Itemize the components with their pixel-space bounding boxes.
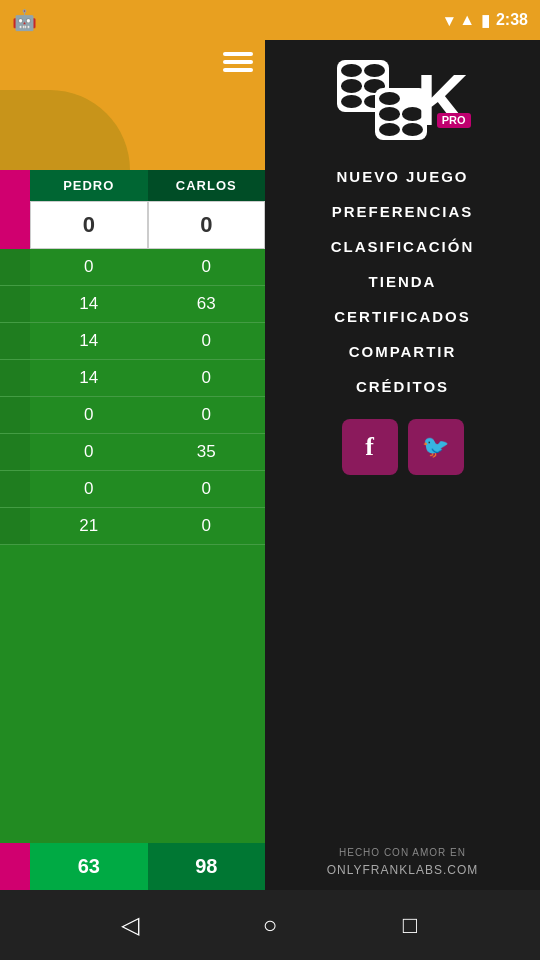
total-input-row: 0 0 [0, 201, 265, 249]
footer-line1: HECHO CON AMOR EN [327, 845, 478, 861]
carlos-cell: 0 [148, 323, 266, 359]
carlos-cell: 0 [148, 360, 266, 396]
nav-bar: ◁ ○ □ [0, 890, 540, 960]
score-body: 0 0 14 63 14 0 14 0 0 0 0 35 0 0 [0, 249, 265, 843]
twitter-icon: 🐦 [422, 434, 449, 460]
menu-item-compartir[interactable]: Compartir [275, 335, 530, 368]
menu-line-3 [223, 68, 253, 72]
score-bottom: 63 98 [0, 843, 265, 890]
menu-item-certificados[interactable]: Certificados [275, 300, 530, 333]
score-header: Pedro Carlos [0, 170, 265, 201]
left-panel: Pedro Carlos 0 0 0 0 14 63 14 0 14 0 [0, 40, 265, 890]
table-row: 14 0 [0, 360, 265, 397]
domino-logo [337, 60, 427, 140]
pedro-header: Pedro [30, 170, 148, 201]
row-spacer [0, 471, 30, 507]
carlos-header: Carlos [148, 170, 266, 201]
dot [379, 123, 400, 136]
table-row: 21 0 [0, 508, 265, 545]
row-spacer [0, 397, 30, 433]
pedro-cell: 14 [30, 360, 148, 396]
time-display: 2:38 [496, 11, 528, 29]
right-panel: K PRO Nuevo JuegoPreferenciasClasificaci… [265, 40, 540, 890]
footer-line2: ONLYFRANKLABS.COM [327, 861, 478, 880]
carlos-cell: 0 [148, 397, 266, 433]
row-spacer [0, 323, 30, 359]
dot [341, 79, 362, 92]
pedro-total-input[interactable]: 0 [30, 201, 148, 249]
carlos-final: 98 [148, 843, 266, 890]
android-icon: 🤖 [12, 8, 37, 32]
main-area: Pedro Carlos 0 0 0 0 14 63 14 0 14 0 [0, 40, 540, 890]
right-footer: HECHO CON AMOR EN ONLYFRANKLABS.COM [327, 845, 478, 880]
back-button[interactable]: ◁ [110, 905, 150, 945]
menu-item-clasificacion[interactable]: Clasificación [275, 230, 530, 263]
row-spacer [0, 360, 30, 396]
header-spacer [0, 170, 30, 201]
row-spacer [0, 249, 30, 285]
facebook-button[interactable]: f [342, 419, 398, 475]
carlos-total-input[interactable]: 0 [148, 201, 266, 249]
pedro-cell: 0 [30, 249, 148, 285]
pro-badge: PRO [437, 113, 471, 128]
table-row: 0 0 [0, 249, 265, 286]
table-row: 14 63 [0, 286, 265, 323]
dot [364, 64, 385, 77]
dot [341, 64, 362, 77]
dot [379, 92, 400, 105]
bottom-spacer [0, 843, 30, 890]
table-row: 14 0 [0, 323, 265, 360]
pedro-cell: 14 [30, 323, 148, 359]
menu-item-preferencias[interactable]: Preferencias [275, 195, 530, 228]
pedro-cell: 0 [30, 434, 148, 470]
k-letter: K PRO [417, 64, 469, 136]
table-row: 0 0 [0, 397, 265, 434]
total-spacer [0, 201, 30, 249]
carlos-cell: 0 [148, 508, 266, 544]
battery-icon: ▮ [481, 11, 490, 30]
pedro-cell: 0 [30, 471, 148, 507]
carlos-cell: 35 [148, 434, 266, 470]
home-button[interactable]: ○ [250, 905, 290, 945]
menu-item-nuevo-juego[interactable]: Nuevo Juego [275, 160, 530, 193]
pedro-final: 63 [30, 843, 148, 890]
menu-items: Nuevo JuegoPreferenciasClasificaciónTien… [275, 160, 530, 403]
row-spacer [0, 286, 30, 322]
carlos-cell: 0 [148, 471, 266, 507]
menu-line-2 [223, 60, 253, 64]
carlos-cell: 0 [148, 249, 266, 285]
recent-button[interactable]: □ [390, 905, 430, 945]
menu-line-1 [223, 52, 253, 56]
status-icons: ▾ ▲ ▮ 2:38 [445, 11, 528, 30]
carlos-cell: 63 [148, 286, 266, 322]
facebook-icon: f [365, 432, 374, 462]
pedro-cell: 21 [30, 508, 148, 544]
twitter-button[interactable]: 🐦 [408, 419, 464, 475]
pedro-cell: 0 [30, 397, 148, 433]
wifi-icon: ▾ [445, 11, 453, 30]
dot [341, 95, 362, 108]
social-row: f 🐦 [342, 419, 464, 475]
signal-icon: ▲ [459, 11, 475, 29]
pedro-cell: 14 [30, 286, 148, 322]
status-bar: 🤖 ▾ ▲ ▮ 2:38 [0, 0, 540, 40]
row-spacer [0, 508, 30, 544]
menu-item-creditos[interactable]: Créditos [275, 370, 530, 403]
k-logo: K PRO [417, 64, 469, 136]
table-row: 0 0 [0, 471, 265, 508]
menu-button[interactable] [219, 48, 257, 76]
dot [379, 107, 400, 120]
row-spacer [0, 434, 30, 470]
logo-area: K PRO [337, 60, 469, 140]
menu-item-tienda[interactable]: Tienda [275, 265, 530, 298]
top-decoration [0, 40, 265, 170]
table-row: 0 35 [0, 434, 265, 471]
